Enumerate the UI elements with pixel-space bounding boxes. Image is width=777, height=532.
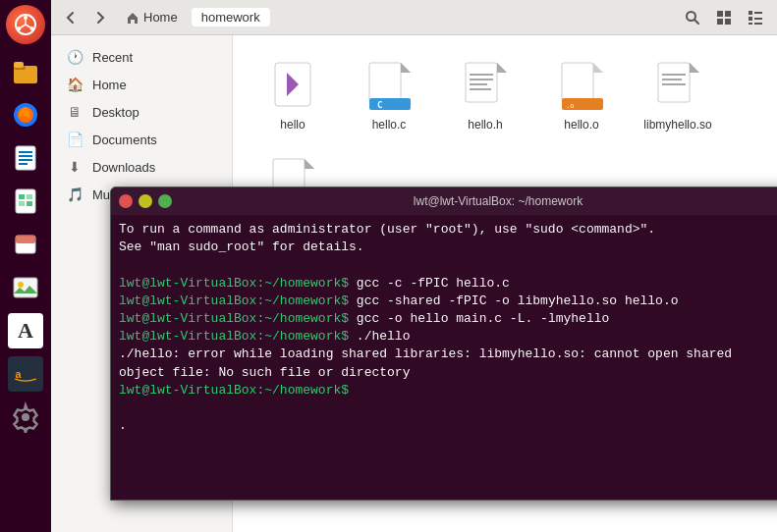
terminal-minimize-button[interactable]: [139, 194, 152, 208]
dock-item-libreoffice-writer[interactable]: [5, 137, 46, 179]
svg-marker-44: [401, 63, 411, 73]
dock-item-settings[interactable]: [5, 397, 46, 438]
svg-rect-42: [369, 63, 401, 102]
file-icon-hello-h: [458, 59, 513, 114]
svg-text:C: C: [377, 100, 382, 110]
topbar-icons: [679, 4, 769, 31]
file-label-hello: hello: [280, 118, 305, 132]
term-line-5: lwt@lwt-VirtualBox:~/homework$ gcc -o he…: [119, 310, 777, 328]
svg-point-25: [18, 282, 24, 288]
dock-item-firefox[interactable]: [5, 94, 46, 135]
term-prompt-5: lwt@lwt-VirtualBox:~/homework$: [119, 383, 349, 398]
svg-rect-36: [749, 23, 752, 25]
terminal-close-button[interactable]: [119, 194, 133, 208]
svg-rect-45: [369, 98, 411, 110]
svg-rect-30: [717, 11, 723, 17]
term-cmd-4: ./hello: [349, 329, 410, 344]
term-prompt-3: lwt@lwt-VirtualBox:~/homework$: [119, 311, 349, 326]
dock-item-ubuntu[interactable]: [5, 4, 46, 45]
file-label-hello-o: hello.o: [564, 118, 598, 132]
term-line-blank1: [119, 256, 777, 274]
term-line-4: lwt@lwt-VirtualBox:~/homework$ gcc -shar…: [119, 293, 777, 310]
term-cmd-5: [349, 383, 357, 398]
term-cmd-2: gcc -shared -fPIC -o libmyhello.so hello…: [349, 293, 678, 308]
term-line-8: object file: No such file or directory: [119, 364, 777, 382]
file-label-hello-h: hello.h: [468, 118, 502, 132]
svg-line-6: [26, 25, 30, 27]
dock-item-libreoffice-impress[interactable]: [5, 224, 46, 265]
view-grid-button[interactable]: [710, 4, 738, 31]
sidebar-item-downloads[interactable]: ⬇ Downloads: [51, 153, 232, 181]
dock-item-libreoffice-calc[interactable]: [5, 181, 46, 222]
svg-rect-39: [754, 23, 762, 25]
svg-rect-58: [658, 63, 690, 102]
svg-rect-38: [754, 18, 762, 20]
sidebar-item-recent[interactable]: 🕐 Recent: [51, 43, 232, 71]
svg-rect-47: [466, 63, 497, 102]
term-line-9: lwt@lwt-VirtualBox:~/homework$: [119, 382, 777, 399]
home-sidebar-icon: 🏠: [67, 77, 83, 92]
term-line-6: lwt@lwt-VirtualBox:~/homework$ ./hello: [119, 328, 777, 346]
svg-rect-21: [27, 201, 32, 206]
svg-rect-23: [16, 236, 35, 243]
svg-rect-34: [749, 11, 752, 15]
terminal-body[interactable]: To run a command as administrator (user …: [111, 215, 777, 500]
term-line-7: ./hello: error while loading shared libr…: [119, 346, 777, 363]
svg-rect-12: [16, 146, 35, 170]
file-label-libmyhello-so: libmyhello.so: [643, 118, 711, 132]
file-icon-hello-o: .o: [554, 59, 609, 114]
file-item-hello-h[interactable]: hello.h: [441, 51, 529, 139]
sidebar-label-desktop: Desktop: [92, 105, 139, 120]
view-list-button[interactable]: [742, 4, 769, 31]
dock-item-files[interactable]: [5, 51, 46, 92]
term-prompt-1: lwt@lwt-VirtualBox:~/homework$: [119, 276, 349, 291]
svg-rect-19: [27, 194, 32, 199]
sidebar-label-home: Home: [92, 78, 127, 92]
list-icon: [748, 10, 763, 26]
file-label-hello-c: hello.c: [372, 118, 407, 132]
term-line-3: lwt@lwt-VirtualBox:~/homework$ gcc -c -f…: [119, 275, 777, 293]
desktop-icon: 🖥: [67, 104, 83, 120]
sidebar-item-desktop[interactable]: 🖥 Desktop: [51, 98, 232, 126]
forward-button[interactable]: [88, 6, 112, 29]
dock-item-amazon[interactable]: a: [5, 353, 46, 395]
svg-rect-18: [19, 194, 25, 199]
svg-rect-35: [749, 17, 752, 21]
file-icon-hello: [265, 59, 320, 114]
term-cursor-line: .: [119, 417, 777, 435]
dock-item-shotwell[interactable]: [5, 267, 46, 308]
svg-rect-20: [19, 201, 25, 206]
application-dock: A a: [0, 0, 51, 532]
file-item-libmyhello-so[interactable]: libmyhello.so: [634, 51, 722, 139]
svg-rect-33: [725, 19, 731, 25]
back-button[interactable]: [59, 6, 83, 29]
breadcrumb-home[interactable]: Home: [118, 8, 186, 27]
term-line-blank2: [119, 399, 777, 417]
breadcrumb-home-label: Home: [143, 10, 178, 25]
svg-rect-9: [14, 62, 24, 68]
file-icon-libmyhello-so: [650, 59, 705, 114]
file-item-hello[interactable]: hello: [249, 51, 337, 139]
sidebar-label-documents: Documents: [92, 133, 157, 147]
downloads-icon: ⬇: [67, 159, 83, 175]
breadcrumb-current-label: homework: [201, 10, 260, 25]
svg-rect-32: [717, 19, 723, 25]
terminal-maximize-button[interactable]: [158, 194, 172, 208]
svg-rect-24: [14, 278, 37, 297]
breadcrumb-current[interactable]: homework: [192, 8, 270, 27]
file-icon-hello-c: C: [361, 59, 416, 114]
file-item-hello-c[interactable]: C hello.c: [345, 51, 433, 139]
sidebar-label-downloads: Downloads: [92, 160, 155, 175]
home-icon: [126, 11, 139, 25]
file-item-hello-o[interactable]: .o hello.o: [537, 51, 626, 139]
sidebar-item-documents[interactable]: 📄 Documents: [51, 126, 232, 153]
svg-marker-60: [690, 63, 699, 73]
term-prompt-4: lwt@lwt-VirtualBox:~/homework$: [119, 329, 349, 344]
search-button[interactable]: [679, 4, 706, 31]
svg-rect-31: [725, 11, 731, 17]
svg-marker-49: [497, 63, 507, 73]
dock-item-font-viewer[interactable]: A: [5, 310, 46, 351]
sidebar-item-home[interactable]: 🏠 Home: [51, 71, 232, 98]
recent-icon: 🕐: [67, 49, 83, 65]
topbar: Home homework: [51, 0, 777, 35]
